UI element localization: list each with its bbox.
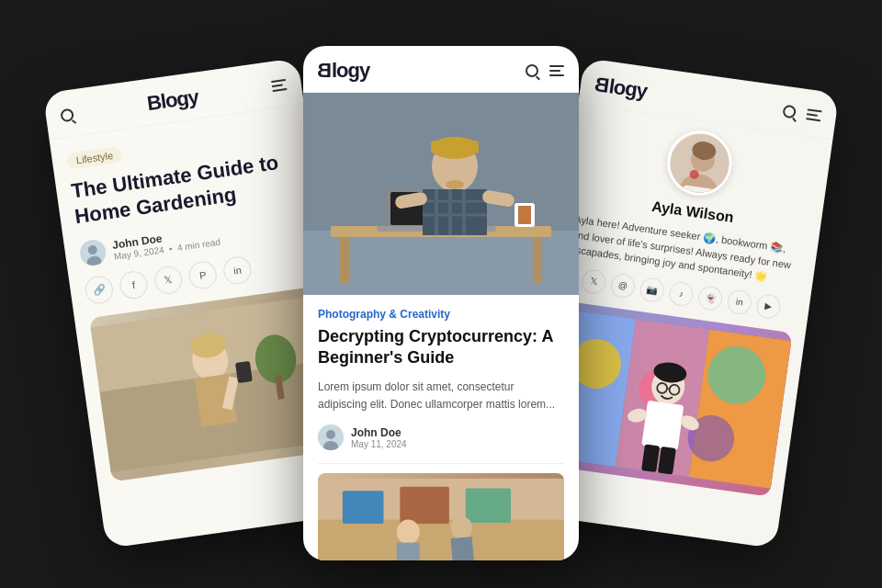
left-category-badge: Lifestyle: [66, 146, 123, 170]
profile-social-instagram[interactable]: 📷: [639, 276, 665, 302]
center-hero-image: [303, 93, 579, 295]
menu-line-1: [271, 79, 286, 83]
left-social-link[interactable]: 🔗: [84, 275, 115, 306]
center-header: Blogy: [303, 46, 579, 93]
right-menu-line-1: [808, 108, 822, 112]
center-second-article-image: [318, 473, 564, 560]
svg-rect-38: [318, 520, 564, 560]
center-menu-line-2: [549, 70, 560, 72]
right-menu-line-3: [806, 118, 820, 121]
svg-rect-39: [343, 491, 384, 524]
center-article-excerpt: Lorem ipsum dolor sit amet, consectetur …: [318, 379, 564, 413]
right-menu-line-2: [807, 113, 818, 117]
center-menu-line-3: [549, 74, 564, 76]
svg-point-44: [451, 516, 472, 539]
center-divider: [318, 463, 564, 464]
scene: Blogy Lifestyle The Ultimate Guide toHom…: [46, 28, 836, 560]
profile-name: Ayla Wilson: [650, 198, 735, 226]
left-author-avatar: [78, 238, 107, 267]
left-social-linkedin[interactable]: in: [221, 254, 253, 286]
center-author-name: John Doe: [351, 426, 407, 439]
menu-line-2: [272, 84, 283, 87]
center-author-row: John Doe May 11, 2024: [318, 424, 564, 450]
center-menu-line-1: [549, 65, 564, 67]
profile-social-snapchat[interactable]: 👻: [696, 284, 723, 311]
center-author-avatar: [318, 424, 344, 450]
profile-social-youtube[interactable]: ▶: [755, 292, 782, 319]
profile-social-linkedin[interactable]: in: [726, 288, 752, 315]
left-header-left-icons: [60, 108, 74, 123]
center-author-date: May 11, 2024: [351, 439, 407, 449]
left-author-info: John Doe May 9, 2024 • 4 min read: [111, 223, 220, 261]
svg-rect-62: [641, 400, 684, 450]
svg-rect-10: [235, 361, 253, 383]
center-content: Photography & Creativity Decrypting Cryp…: [303, 295, 579, 560]
profile-social-tiktok[interactable]: ♪: [668, 280, 695, 307]
center-category[interactable]: Photography & Creativity: [318, 308, 564, 321]
center-phone-card: Blogy: [303, 46, 579, 560]
right-menu-icon[interactable]: [806, 108, 822, 121]
profile-social-threads[interactable]: @: [609, 272, 636, 299]
left-article-image: [89, 287, 338, 482]
center-search-icon[interactable]: [526, 64, 538, 77]
right-logo: Blogy: [594, 73, 648, 104]
svg-point-33: [446, 180, 464, 189]
menu-line-3: [272, 88, 287, 92]
profile-social-x[interactable]: 𝕏: [581, 268, 607, 295]
svg-rect-43: [397, 543, 420, 560]
profile-avatar: [663, 127, 736, 199]
center-logo: Blogy: [318, 59, 369, 83]
svg-rect-23: [423, 189, 487, 235]
search-icon[interactable]: [60, 108, 74, 123]
svg-rect-15: [340, 237, 349, 283]
right-header-icons: [782, 105, 822, 123]
center-header-icons: [526, 64, 564, 77]
center-menu-icon[interactable]: [549, 65, 564, 76]
svg-rect-16: [533, 237, 542, 283]
svg-rect-32: [518, 206, 531, 224]
svg-rect-40: [400, 487, 449, 524]
left-logo: Blogy: [145, 85, 199, 117]
svg-rect-41: [466, 489, 511, 524]
svg-rect-22: [431, 141, 479, 153]
svg-point-35: [326, 430, 335, 439]
left-menu-icon[interactable]: [271, 79, 288, 92]
left-social-pinterest[interactable]: P: [187, 260, 219, 291]
center-article-title: Decrypting Cryptocurrency: A Beginner's …: [318, 326, 564, 369]
svg-rect-45: [450, 537, 473, 560]
center-author-info: John Doe May 11, 2024: [351, 426, 407, 449]
right-search-icon[interactable]: [782, 105, 797, 119]
left-social-facebook[interactable]: f: [119, 269, 150, 300]
svg-point-42: [397, 520, 420, 545]
left-social-twitter[interactable]: 𝕏: [153, 265, 184, 296]
